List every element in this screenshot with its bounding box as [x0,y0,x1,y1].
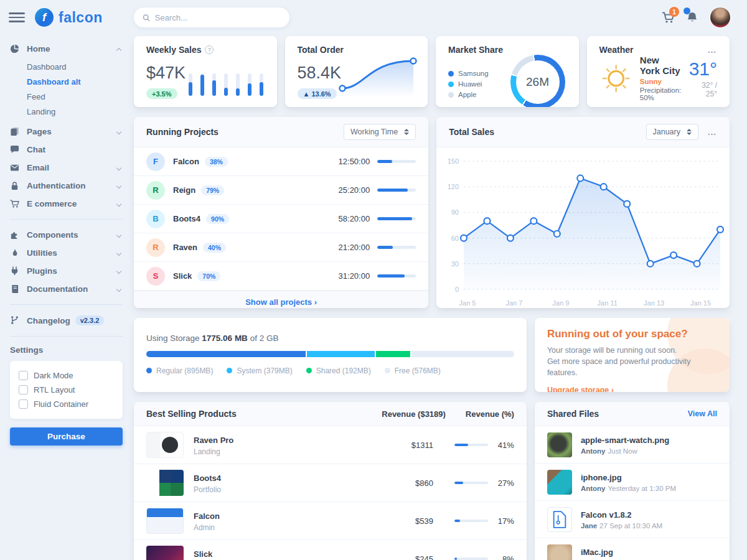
weather-menu-button[interactable]: … [707,47,717,52]
view-all-link[interactable]: View All [688,409,717,418]
svg-text:120: 120 [448,183,459,190]
month-select[interactable]: January [646,124,698,140]
settings-option-rtl-layout[interactable]: RTL Layout [19,383,114,397]
settings-option-fluid-container[interactable]: Fluid Container [19,397,114,411]
project-avatar: S [146,267,165,286]
file-name-link[interactable]: iMac.jpg [581,548,613,557]
file-name-link[interactable]: iphone.jpg [581,473,622,482]
chevron-down-icon [116,165,121,170]
settings-option-dark-mode[interactable]: Dark Mode [19,368,114,383]
total-order-badge: ▲ 13.6% [298,88,337,99]
sidebar-item-chat[interactable]: Chat [10,141,123,159]
product-pct-fill [454,482,464,484]
file-thumbnail [547,432,572,457]
product-name-link[interactable]: Falcon [194,511,220,521]
product-thumbnail [146,508,184,534]
legend-label: Apple [458,91,476,98]
huawei-dot-icon [448,82,454,87]
top-navbar: f falcon 1 [0,0,747,35]
sidebar-item-feed[interactable]: Feed [27,89,123,104]
product-pct-bar [454,444,488,446]
show-all-projects-link[interactable]: Show all projects › [245,297,317,307]
project-name-link[interactable]: Reign [173,185,195,195]
storage-segment-shared [376,351,410,357]
project-avatar: B [146,210,165,228]
sidebar-item-label: Home [27,44,117,54]
help-icon[interactable]: ? [205,45,214,54]
working-time-select[interactable]: Working Time [344,124,416,140]
file-time: 27 Sep at 10:30 AM [599,522,662,530]
weekly-sales-badge: +3.5% [146,88,177,99]
sidebar-item-home[interactable]: Home [10,40,123,58]
weekly-sales-bar [224,73,228,96]
select-value: January [653,128,680,136]
product-name-link[interactable]: Boots4 [194,474,221,483]
project-row: BBoots490%58:20:00 [134,205,428,233]
storage-legend-label: Regular (895MB) [156,366,213,375]
product-pct-group: 17% [433,516,514,526]
project-row: SSlick70%31:20:00 [134,262,428,291]
checkbox-icon[interactable] [19,371,28,380]
revenue-pct-column-header: Revenue (%) [446,409,514,419]
apple-dot-icon [448,92,454,98]
main-content: Weekly Sales ? $47K +3.5% Total Order 58… [134,35,747,559]
product-revenue: $245 [334,554,433,560]
product-name-link[interactable]: Raven Pro [194,436,233,445]
total-sales-menu-button[interactable]: … [707,129,717,134]
file-time: Yesterday at 1:30 PM [608,485,677,492]
sidebar-item-dashboard-alt[interactable]: Dashboard alt [27,74,123,89]
sidebar-item-pages[interactable]: Pages [10,123,123,141]
project-name-link[interactable]: Boots4 [173,214,200,223]
sidebar-item-documentation[interactable]: Documentation [10,280,123,298]
menu-toggle-icon[interactable] [9,9,25,26]
checkbox-icon[interactable] [19,385,28,394]
sidebar-item-email[interactable]: Email [10,159,123,177]
project-name-link[interactable]: Raven [173,243,197,252]
search-input-wrapper[interactable] [133,7,290,28]
sidebar-item-utilities[interactable]: Utilities [10,244,123,262]
product-revenue: $860 [334,478,433,488]
sidebar-item-changelog[interactable]: Changelog v2.3.2 [10,311,123,330]
product-category: Landing [194,447,334,456]
product-pct-value: 8% [494,554,514,560]
logo[interactable]: f falcon [35,8,133,27]
product-thumbnail [146,470,184,496]
sidebar-submenu: DashboardDashboard altFeedLanding [10,58,123,123]
project-percent-badge: 79% [201,185,224,195]
chat-icon [10,145,20,155]
logo-text: falcon [59,9,103,26]
sidebar-item-landing[interactable]: Landing [27,104,123,119]
sidebar-divider [10,336,123,337]
product-name-link[interactable]: Slick [194,549,212,559]
svg-text:Jan 11: Jan 11 [598,299,618,307]
file-name-link[interactable]: Falcon v1.8.2 [581,510,632,520]
purchase-button[interactable]: Purchase [10,427,123,446]
chevron-down-icon [116,250,121,255]
promo-body: Your storage will be running out soon. G… [547,345,692,378]
storage-card: Using Storage 1775.06 MB of 2 GB Regular… [134,318,527,392]
cart-button[interactable]: 1 [662,11,675,24]
file-thumbnail [547,470,572,495]
upgrade-storage-link[interactable]: Upgrade storage › [547,386,614,392]
weather-temp: 31° [688,58,717,80]
user-avatar[interactable] [710,7,731,28]
product-pct-fill [454,558,457,560]
sidebar-item-e-commerce[interactable]: E commerce [10,195,123,213]
file-name-link[interactable]: apple-smart-watch.png [581,436,669,445]
checkbox-icon[interactable] [19,399,28,409]
project-progress-fill [377,217,412,220]
project-name-link[interactable]: Slick [173,271,192,281]
notifications-button[interactable] [686,11,698,24]
legend-item-huawei: Huawei [448,79,489,90]
project-percent-badge: 90% [206,214,229,224]
search-input[interactable] [155,13,281,22]
plug-icon [10,266,20,276]
sidebar-item-authentication[interactable]: Authentication [10,177,123,195]
total-order-line-chart [336,52,420,98]
checkbox-label: Fluid Container [34,399,88,409]
legend-item-samsung: Samsung [448,68,489,79]
sidebar-item-components[interactable]: Components [10,226,123,244]
project-name-link[interactable]: Falcon [173,157,199,166]
sidebar-item-plugins[interactable]: Plugins [10,262,123,280]
sidebar-item-dashboard[interactable]: Dashboard [27,59,123,74]
